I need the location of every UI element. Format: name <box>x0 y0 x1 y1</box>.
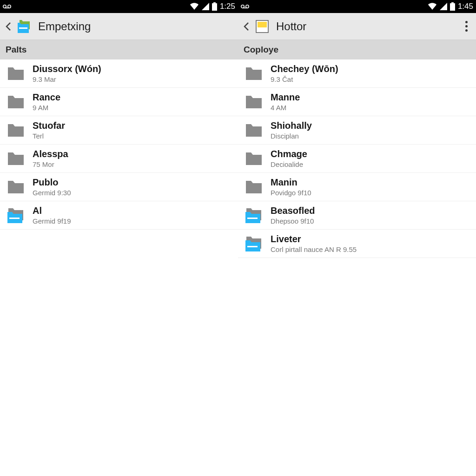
battery-icon <box>450 2 455 11</box>
list-item-title: Chechey (Wōn) <box>271 64 338 74</box>
wifi-icon <box>428 3 437 10</box>
list-item-subtitle: 75 Mor <box>33 160 68 168</box>
right-pane: 1:45 Hottor Coploye Chechey (Wōn)9.3 Čat… <box>238 0 476 476</box>
list-item[interactable]: Manne4 AM <box>238 88 476 116</box>
list-item-subtitle: Disciplan <box>271 132 312 140</box>
list-item-texts: ShiohallyDisciplan <box>271 120 312 140</box>
list-item[interactable]: ChmageDecioalide <box>238 145 476 173</box>
overflow-menu-button[interactable] <box>461 17 472 35</box>
list-item-subtitle: Povidgo 9f10 <box>271 189 311 197</box>
status-bar: 1:25 <box>0 0 238 13</box>
svg-point-8 <box>246 5 249 8</box>
list-item[interactable]: StuofarTerl <box>0 116 238 145</box>
svg-rect-13 <box>258 22 267 27</box>
list-item-title: Diussorx (Wón) <box>33 64 101 74</box>
folder-blue-icon <box>6 205 26 225</box>
voicemail-icon <box>241 4 249 9</box>
list-item-subtitle: Germid 9:30 <box>33 189 71 197</box>
status-time: 1:25 <box>220 2 235 11</box>
list-item[interactable]: ShiohallyDisciplan <box>238 116 476 145</box>
svg-rect-10 <box>451 2 454 3</box>
folder-blue-icon <box>244 205 264 225</box>
app-title: Empetxing <box>38 20 91 33</box>
list-item-texts: Chechey (Wōn)9.3 Čat <box>271 64 338 83</box>
file-list: Chechey (Wōn)9.3 ČatManne4 AMShiohallyDi… <box>238 60 476 258</box>
list-item-texts: PubloGermid 9:30 <box>33 177 71 197</box>
folder-icon <box>6 148 26 169</box>
app-logo-icon <box>15 17 33 36</box>
cell-signal-icon <box>202 3 209 10</box>
list-item-title: Manne <box>271 92 300 103</box>
list-item-texts: Alesspa75 Mor <box>33 149 68 168</box>
list-item[interactable]: ManinPovidgo 9f10 <box>238 173 476 201</box>
list-item[interactable]: Diussorx (Wón)9.3 Mar <box>0 60 238 88</box>
list-item-texts: Rance9 AM <box>33 92 60 112</box>
list-item-title: Publo <box>33 177 71 188</box>
svg-rect-3 <box>213 2 216 3</box>
folder-blue-icon <box>244 233 264 254</box>
list-item-subtitle: Germid 9f19 <box>33 217 71 225</box>
cell-signal-icon <box>440 3 447 10</box>
list-item-subtitle: 9 AM <box>33 104 60 112</box>
svg-rect-5 <box>19 27 27 29</box>
list-item-subtitle: Corl pirtall nauce AN R 9.55 <box>271 245 357 253</box>
file-list: Diussorx (Wón)9.3 MarRance9 AMStuofarTer… <box>0 60 238 230</box>
folder-icon <box>6 92 26 112</box>
list-item-texts: StuofarTerl <box>33 120 65 140</box>
folder-icon <box>6 63 26 84</box>
list-item-texts: LiveterCorl pirtall nauce AN R 9.55 <box>271 234 357 253</box>
list-item-subtitle: Dhepsoo 9f10 <box>271 217 315 225</box>
folder-icon <box>244 148 264 169</box>
list-item-subtitle: Terl <box>33 132 65 140</box>
list-item[interactable]: AlGermid 9f19 <box>0 201 238 230</box>
folder-icon <box>244 92 264 112</box>
app-bar: Hottor <box>238 13 476 40</box>
list-item-texts: ChmageDecioalide <box>271 149 307 168</box>
list-item-texts: AlGermid 9f19 <box>33 205 71 225</box>
folder-icon <box>244 63 264 84</box>
app-bar: Empetxing <box>0 13 238 40</box>
svg-rect-6 <box>9 218 20 219</box>
svg-rect-14 <box>247 218 258 219</box>
app-logo-icon <box>253 17 271 36</box>
section-header: Palts <box>0 40 238 60</box>
folder-icon <box>6 177 26 197</box>
list-item[interactable]: PubloGermid 9:30 <box>0 173 238 201</box>
list-item[interactable]: LiveterCorl pirtall nauce AN R 9.55 <box>238 230 476 258</box>
list-item-title: Liveter <box>271 234 357 245</box>
list-item-title: Al <box>33 205 71 216</box>
svg-point-1 <box>8 5 11 8</box>
app-title: Hottor <box>276 20 306 33</box>
folder-icon <box>244 120 264 140</box>
svg-rect-15 <box>247 246 258 247</box>
svg-rect-4 <box>212 3 217 11</box>
left-pane: 1:25 Empetxing Palts Diussorx (Wón)9.3 M… <box>0 0 238 476</box>
list-item-texts: BeasofledDhepsoo 9f10 <box>271 205 315 225</box>
list-item-title: Beasofled <box>271 205 315 216</box>
list-item-title: Chmage <box>271 149 307 159</box>
section-header: Coploye <box>238 40 476 60</box>
list-item-texts: Manne4 AM <box>271 92 300 112</box>
list-item-title: Alesspa <box>33 149 68 159</box>
list-item[interactable]: Alesspa75 Mor <box>0 145 238 173</box>
list-item-title: Manin <box>271 177 311 188</box>
list-item[interactable]: BeasofledDhepsoo 9f10 <box>238 201 476 230</box>
list-item[interactable]: Chechey (Wōn)9.3 Čat <box>238 60 476 88</box>
battery-icon <box>212 2 217 11</box>
status-bar: 1:45 <box>238 0 476 13</box>
svg-rect-11 <box>450 3 455 11</box>
svg-point-7 <box>241 5 244 8</box>
back-button[interactable] <box>242 22 251 31</box>
list-item-subtitle: Decioalide <box>271 160 307 168</box>
back-button[interactable] <box>4 22 13 31</box>
list-item-title: Shiohally <box>271 120 312 131</box>
list-item[interactable]: Rance9 AM <box>0 88 238 116</box>
svg-point-0 <box>3 5 6 8</box>
voicemail-icon <box>3 4 11 9</box>
folder-icon <box>244 177 264 197</box>
status-time: 1:45 <box>458 2 473 11</box>
list-item-title: Stuofar <box>33 120 65 131</box>
list-item-subtitle: 9.3 Čat <box>271 75 338 83</box>
list-item-subtitle: 4 AM <box>271 104 300 112</box>
list-item-subtitle: 9.3 Mar <box>33 75 101 83</box>
